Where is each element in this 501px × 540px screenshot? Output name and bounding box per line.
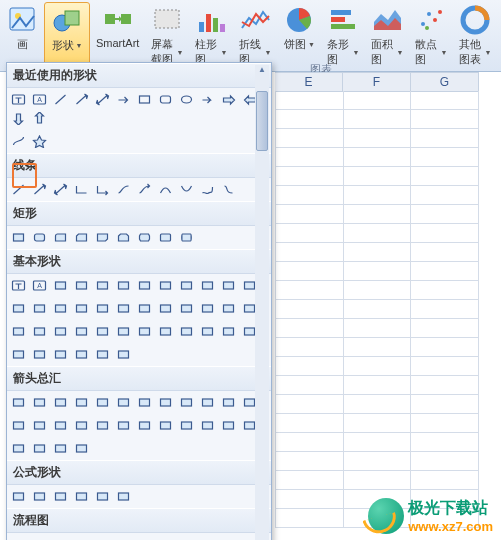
- shape-f2[interactable]: [30, 536, 49, 540]
- col-header-F[interactable]: F: [343, 72, 411, 92]
- shape-ua[interactable]: [30, 110, 49, 127]
- shape-br3[interactable]: [51, 346, 70, 363]
- shape-b7[interactable]: [135, 417, 154, 434]
- shape-br1[interactable]: [9, 346, 28, 363]
- col-header-E[interactable]: E: [275, 72, 343, 92]
- ribbon-bar-button[interactable]: 条形图▼: [321, 2, 365, 69]
- shape-f4[interactable]: [72, 536, 91, 540]
- shape-a1[interactable]: [9, 394, 28, 411]
- shape-cu[interactable]: [9, 133, 28, 150]
- shape-tB[interactable]: A: [30, 91, 49, 108]
- shape-b10[interactable]: [198, 417, 217, 434]
- shape-a11[interactable]: [219, 394, 238, 411]
- shape-hx[interactable]: [156, 277, 175, 294]
- panel-scrollbar[interactable]: ▲: [255, 65, 269, 540]
- shape-tri[interactable]: [51, 277, 70, 294]
- shape-ov[interactable]: [177, 91, 196, 108]
- shape-mn[interactable]: [156, 323, 175, 340]
- shape-b4[interactable]: [72, 417, 91, 434]
- shape-mu[interactable]: [51, 488, 70, 505]
- shape-pl[interactable]: [9, 488, 28, 505]
- shape-b8[interactable]: [156, 417, 175, 434]
- shape-r4[interactable]: [72, 229, 91, 246]
- shape-di[interactable]: [114, 277, 133, 294]
- shape-c1[interactable]: [9, 440, 28, 457]
- shape-tA[interactable]: [9, 91, 28, 108]
- shape-l3[interactable]: [93, 91, 112, 108]
- shape-f9[interactable]: [177, 536, 196, 540]
- shape-par[interactable]: [72, 277, 91, 294]
- shape-dv[interactable]: [72, 488, 91, 505]
- shape-r9[interactable]: [177, 229, 196, 246]
- shape-ta[interactable]: [198, 91, 217, 108]
- shape-r2[interactable]: [30, 229, 49, 246]
- shape-r8[interactable]: [156, 229, 175, 246]
- shape-sm[interactable]: [72, 323, 91, 340]
- shape-frm[interactable]: [114, 300, 133, 317]
- shape-n12[interactable]: [30, 300, 49, 317]
- shape-cn2[interactable]: [177, 181, 196, 198]
- shape-eq[interactable]: [93, 488, 112, 505]
- shape-f3[interactable]: [51, 536, 70, 540]
- shape-cv1[interactable]: [114, 181, 133, 198]
- shape-f6[interactable]: [114, 536, 133, 540]
- shape-ar2[interactable]: [198, 323, 217, 340]
- shape-cho[interactable]: [72, 300, 91, 317]
- shape-c4[interactable]: [72, 440, 91, 457]
- shape-r6[interactable]: [114, 229, 133, 246]
- col-header-G[interactable]: G: [411, 72, 479, 92]
- shape-pie[interactable]: [51, 300, 70, 317]
- shape-su[interactable]: [135, 323, 154, 340]
- shape-f7[interactable]: [135, 536, 154, 540]
- shape-c3[interactable]: [51, 440, 70, 457]
- shape-a3[interactable]: [51, 394, 70, 411]
- ribbon-col-button[interactable]: 柱形图▼: [189, 2, 233, 69]
- shape-el1[interactable]: [72, 181, 91, 198]
- shape-a9[interactable]: [177, 394, 196, 411]
- shape-ar[interactable]: [114, 91, 133, 108]
- shape-r7[interactable]: [135, 229, 154, 246]
- shape-f10[interactable]: [198, 536, 217, 540]
- shape-fp[interactable]: [51, 323, 70, 340]
- shape-bx[interactable]: [9, 323, 28, 340]
- shape-lb[interactable]: [156, 300, 175, 317]
- ribbon-other-button[interactable]: 其他图表▼: [453, 2, 497, 69]
- shape-n10[interactable]: [9, 300, 28, 317]
- ribbon-smartart-button[interactable]: SmartArt: [90, 2, 145, 69]
- shape-r3[interactable]: [51, 229, 70, 246]
- shape-cd[interactable]: [93, 300, 112, 317]
- shape-oc2[interactable]: [198, 277, 217, 294]
- ribbon-pie-button[interactable]: 饼图▼: [277, 2, 321, 69]
- shape-l3[interactable]: [51, 181, 70, 198]
- shape-hr[interactable]: [93, 323, 112, 340]
- scroll-up-icon[interactable]: ▲: [255, 65, 269, 77]
- ribbon-more-button[interactable]: 折: [497, 2, 501, 69]
- shape-dc[interactable]: [219, 277, 238, 294]
- shape-fr[interactable]: [198, 181, 217, 198]
- shape-cl[interactable]: [177, 323, 196, 340]
- shape-a7[interactable]: [135, 394, 154, 411]
- shape-da[interactable]: [9, 110, 28, 127]
- shape-rt[interactable]: [135, 300, 154, 317]
- shape-b2[interactable]: [30, 417, 49, 434]
- shape-b6[interactable]: [114, 417, 133, 434]
- shape-l1[interactable]: [9, 181, 28, 198]
- shape-rc[interactable]: [135, 91, 154, 108]
- shape-c2[interactable]: [30, 440, 49, 457]
- shape-pri[interactable]: [219, 300, 238, 317]
- shape-rr[interactable]: [156, 91, 175, 108]
- ribbon-screenshot-button[interactable]: 屏幕截图▼: [145, 2, 189, 69]
- shape-ne[interactable]: [114, 488, 133, 505]
- shape-a8[interactable]: [156, 394, 175, 411]
- worksheet-rows[interactable]: [275, 91, 479, 528]
- shape-l2[interactable]: [72, 91, 91, 108]
- shape-trp[interactable]: [93, 277, 112, 294]
- shape-a10[interactable]: [198, 394, 217, 411]
- shape-a4[interactable]: [72, 394, 91, 411]
- shape-bv[interactable]: [30, 323, 49, 340]
- shape-oc[interactable]: [135, 277, 154, 294]
- shape-f5[interactable]: [93, 536, 112, 540]
- shape-f1[interactable]: [9, 536, 28, 540]
- shape-sc[interactable]: [219, 181, 238, 198]
- shape-f11[interactable]: [219, 536, 238, 540]
